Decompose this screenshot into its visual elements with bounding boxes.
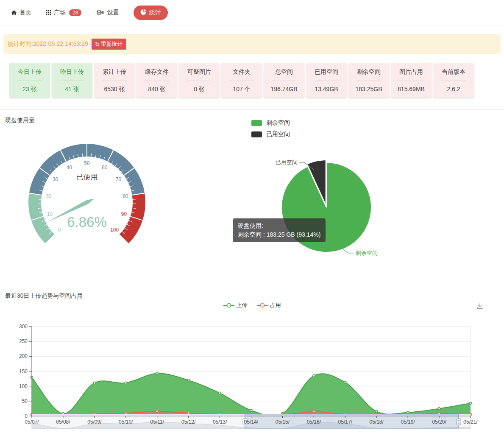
stat-card-free-space: 剩余空间183.25GB	[348, 63, 389, 98]
pie-slice-free-space[interactable]	[281, 162, 371, 252]
nav-item-gallery[interactable]: 广场 23	[46, 9, 81, 17]
svg-text:70: 70	[116, 176, 122, 182]
svg-text:05/16/: 05/16/	[307, 419, 321, 425]
svg-text:150: 150	[19, 369, 28, 374]
stat-card-folders: 文件夹107 个	[221, 63, 262, 98]
line-legend-icon	[223, 303, 234, 308]
grid-icon	[46, 10, 51, 15]
refresh-icon: ↻	[95, 41, 100, 47]
svg-text:100: 100	[110, 227, 119, 233]
svg-text:05/08/: 05/08/	[56, 419, 70, 425]
nav-item-label: 广场	[54, 9, 66, 17]
home-icon	[11, 10, 17, 16]
nav-item-label: 首页	[19, 9, 31, 17]
svg-text:05/18/: 05/18/	[370, 419, 384, 425]
svg-text:80: 80	[123, 193, 128, 199]
svg-text:20: 20	[45, 193, 51, 199]
nav-item-statistics-active[interactable]: 统计	[134, 6, 168, 20]
legend-swatch-used	[251, 131, 262, 137]
gauge-value: 6.86%	[67, 214, 107, 230]
svg-text:05/14/: 05/14/	[244, 419, 259, 425]
svg-text:0: 0	[25, 413, 28, 419]
svg-text:05/15/: 05/15/	[276, 419, 290, 425]
legend-item-uploads[interactable]: 上传	[223, 302, 248, 309]
legend-item-usage[interactable]: 占用	[257, 302, 281, 309]
gauge-title: 已使用	[76, 173, 98, 181]
svg-text:05/21/: 05/21/	[463, 419, 478, 425]
stat-card-cache-files: 缓存文件840 张	[136, 63, 177, 98]
nav-item-label: 设置	[107, 9, 119, 17]
stats-cards-row: 今日上传23 张 昨日上传41 张 累计上传6530 张 缓存文件840 张 可…	[0, 54, 504, 109]
legend-item-used-space[interactable]: 已用空间	[251, 131, 290, 138]
svg-text:50: 50	[22, 398, 28, 404]
svg-text:05/07/: 05/07/	[25, 419, 39, 425]
legend-swatch-free	[251, 120, 262, 126]
nav-bar: 首页 广场 23 ⚙⚙ 设置 统计	[0, 0, 504, 25]
legend-item-free-space[interactable]: 剩余空间	[251, 119, 290, 127]
stat-card-total-uploads: 累计上传6530 张	[94, 63, 135, 98]
svg-text:05/10/: 05/10/	[119, 419, 133, 425]
svg-text:60: 60	[102, 165, 108, 170]
pie-chart-icon	[140, 9, 147, 17]
pie-legend: 剩余空间 已用空间	[251, 119, 290, 138]
stat-card-today-uploads: 今日上传23 张	[9, 63, 50, 98]
trend-chart: 05010015020025030005/07/05/08/05/09/05/1…	[0, 320, 504, 443]
disk-gauge-chart: 0102030405060708090100已使用6.86%	[4, 133, 170, 273]
gallery-count-badge: 23	[69, 9, 81, 16]
stat-card-used-space: 已用空间13.49GB	[306, 63, 347, 98]
save-as-image-icon[interactable]	[476, 302, 484, 310]
stat-card-version: 当前版本2.6.2	[433, 63, 474, 98]
svg-text:05/20/: 05/20/	[432, 419, 446, 425]
svg-text:90: 90	[121, 211, 127, 217]
disk-pie-chart: 已用空间剩余空间	[237, 146, 415, 286]
datazoom-handle-right[interactable]	[457, 419, 461, 425]
disk-usage-section: 硬盘使用量 0102030405060708090100已使用6.86% 剩余空…	[0, 110, 504, 286]
trend-section-title: 最近30日上传趋势与空间占用	[5, 292, 83, 300]
nav-item-home[interactable]: 首页	[11, 9, 31, 17]
trend-legend: 上传 占用	[0, 302, 504, 309]
recount-button[interactable]: ↻ 重新统计	[92, 39, 126, 50]
svg-text:05/11/: 05/11/	[150, 419, 164, 425]
nav-item-label: 统计	[149, 9, 161, 17]
alert-bar: 统计时间:2022-05-22 14:53:29 ↻ 重新统计	[3, 34, 501, 54]
svg-text:05/19/: 05/19/	[401, 419, 415, 425]
svg-text:40: 40	[67, 165, 72, 170]
svg-text:250: 250	[19, 338, 28, 344]
line-legend-icon	[257, 303, 268, 308]
disk-section-title: 硬盘使用量	[5, 117, 35, 124]
svg-text:50: 50	[84, 160, 90, 166]
svg-text:05/12/: 05/12/	[181, 419, 196, 425]
svg-text:0: 0	[58, 227, 61, 233]
pie-label-free: 剩余空间	[356, 250, 378, 256]
stats-time-label: 统计时间:2022-05-22 14:53:29	[8, 40, 88, 48]
svg-text:05/13/: 05/13/	[213, 419, 227, 425]
stat-card-image-usage: 图片占用815.69MB	[391, 63, 432, 98]
pie-label-used: 已用空间	[276, 159, 298, 165]
trend-section: 最近30日上传趋势与空间占用 上传 占用 0501001502002503000…	[0, 286, 504, 444]
svg-text:200: 200	[19, 353, 28, 359]
svg-text:05/17/: 05/17/	[338, 419, 353, 425]
svg-text:100: 100	[19, 383, 28, 389]
stat-card-yesterday-uploads: 昨日上传41 张	[52, 63, 92, 98]
nav-item-settings[interactable]: ⚙⚙ 设置	[96, 9, 119, 17]
svg-text:10: 10	[47, 211, 53, 217]
svg-text:05/09/: 05/09/	[87, 419, 102, 425]
stat-card-total-space: 总空间196.74GB	[264, 63, 304, 98]
stat-card-suspect-images: 可疑图片0 张	[179, 63, 220, 98]
svg-text:30: 30	[53, 176, 58, 182]
svg-text:300: 300	[19, 324, 28, 330]
gears-icon: ⚙⚙	[96, 9, 104, 16]
